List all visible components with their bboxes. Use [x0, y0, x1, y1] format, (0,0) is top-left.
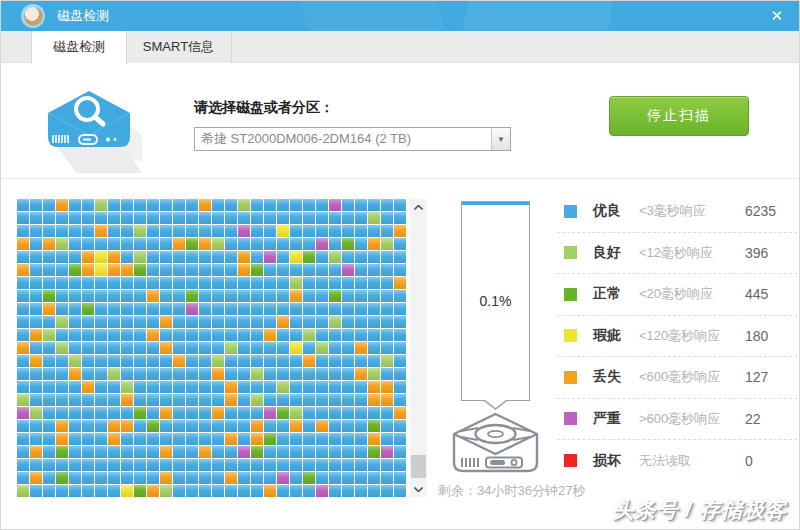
scan-cell [199, 355, 211, 367]
scan-cell [147, 368, 159, 380]
scan-cell [121, 303, 133, 315]
close-icon[interactable]: ✕ [770, 1, 783, 31]
scan-cell [199, 381, 211, 393]
scan-cell [368, 420, 380, 432]
scan-cell [290, 225, 302, 237]
scan-cell [329, 381, 341, 393]
scan-cell [147, 355, 159, 367]
scan-cell [199, 446, 211, 458]
scan-cell [69, 316, 81, 328]
tab-disk-check[interactable]: 磁盘检测 [31, 31, 127, 64]
scan-cell [43, 251, 55, 263]
remaining-time: 剩余：34小时36分钟27秒 [438, 482, 585, 500]
scrollbar-up-icon[interactable] [410, 199, 427, 215]
scan-cell [329, 199, 341, 211]
scan-cell [290, 381, 302, 393]
scan-cell [277, 329, 289, 341]
scan-cell [264, 459, 276, 471]
scan-cell [173, 472, 185, 484]
scan-cell [160, 303, 172, 315]
scan-cell [82, 381, 94, 393]
scan-cell [199, 342, 211, 354]
scan-cell [173, 212, 185, 224]
scan-cell [212, 381, 224, 393]
scan-cell [238, 225, 250, 237]
legend-desc: >600毫秒响应 [639, 410, 745, 428]
scan-cell [381, 238, 393, 250]
scan-cell [121, 316, 133, 328]
scan-cell [316, 212, 328, 224]
scrollbar-thumb[interactable] [411, 455, 426, 478]
scan-cell [108, 485, 120, 497]
scan-cell [381, 472, 393, 484]
scan-cell [173, 290, 185, 302]
scan-cell [212, 485, 224, 497]
scan-cell [56, 485, 68, 497]
scan-cell [238, 446, 250, 458]
scan-cell [238, 329, 250, 341]
scan-cell [108, 446, 120, 458]
scan-cell [134, 251, 146, 263]
scan-cell [17, 225, 29, 237]
scan-cell [147, 238, 159, 250]
scan-cell [329, 433, 341, 445]
scan-cell [43, 420, 55, 432]
scan-cell [160, 342, 172, 354]
legend-row-flaw: 瑕疵<120毫秒响应180 [557, 316, 797, 358]
scan-cell [69, 485, 81, 497]
scan-cell [43, 238, 55, 250]
scan-cell [355, 433, 367, 445]
scan-cell [381, 368, 393, 380]
scan-cell [264, 238, 276, 250]
scan-cell [251, 355, 263, 367]
scan-cell [56, 264, 68, 276]
scan-cell [108, 264, 120, 276]
scan-cell [82, 420, 94, 432]
scan-cell [17, 277, 29, 289]
scan-cell [147, 225, 159, 237]
scan-cell [82, 459, 94, 471]
scan-cell [186, 485, 198, 497]
chevron-down-icon[interactable]: ▼ [491, 128, 510, 150]
scan-cell [173, 459, 185, 471]
scan-cell [160, 446, 172, 458]
scan-cell [394, 199, 406, 211]
scan-cell [303, 355, 315, 367]
window-title: 磁盘检测 [57, 1, 109, 31]
scan-cell [251, 251, 263, 263]
scan-cell [355, 446, 367, 458]
scan-cell [121, 212, 133, 224]
scan-cell [316, 225, 328, 237]
target-disk-icon [448, 411, 543, 481]
scan-cell [303, 394, 315, 406]
scan-cell [277, 459, 289, 471]
scan-cell [108, 420, 120, 432]
scrollbar-down-icon[interactable] [410, 481, 427, 497]
scan-cell [264, 199, 276, 211]
scan-cell [82, 329, 94, 341]
scan-cell [251, 420, 263, 432]
scan-cell [316, 485, 328, 497]
scan-cell [82, 251, 94, 263]
scan-cell [95, 290, 107, 302]
scan-cell [108, 355, 120, 367]
legend-count: 127 [745, 369, 768, 385]
app-icon [21, 4, 45, 28]
stop-scan-button[interactable]: 停止扫描 [609, 96, 749, 136]
scan-cell [394, 238, 406, 250]
select-disk-label: 请选择磁盘或者分区： [194, 99, 334, 117]
scan-cell [355, 329, 367, 341]
scan-cell [238, 212, 250, 224]
title-bar[interactable]: 磁盘检测 ✕ [1, 1, 800, 31]
scan-cell [121, 277, 133, 289]
scan-cell [225, 264, 237, 276]
scan-cell [108, 329, 120, 341]
tab-smart-info[interactable]: SMART信息 [126, 31, 232, 63]
scan-cell [303, 342, 315, 354]
scan-cell [355, 264, 367, 276]
grid-scrollbar[interactable] [410, 199, 427, 497]
disk-select[interactable]: 希捷 ST2000DM006-2DM164 (2 TB) ▼ [194, 127, 511, 151]
scan-cell [95, 251, 107, 263]
scan-cell [147, 381, 159, 393]
scan-cell [212, 277, 224, 289]
